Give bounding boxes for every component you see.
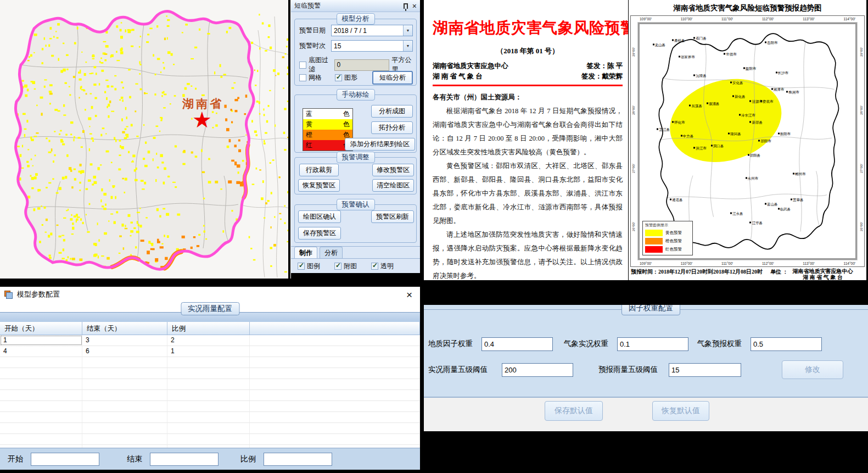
table-row-empty[interactable] [0,434,420,445]
table-row-empty[interactable] [0,390,420,401]
basemap-filter-input[interactable] [334,59,389,71]
close-icon[interactable]: × [403,290,416,300]
trend-map-footer: 预报时间：2018年12月07日20时到2018年12月08日20时 单位 ： … [631,268,865,280]
document-issue-no: （2018 年第 01 号） [433,46,623,56]
latitude-ticks-left: 29°00′28°00′27°00′26°00′ [631,25,636,258]
ratio-input[interactable] [264,453,332,466]
forecast-weight-input[interactable] [751,337,822,351]
pin-icon[interactable] [404,3,408,9]
color-item-yellow[interactable]: 黄色 [303,119,352,130]
unit-name-2: 湖 南 省 气 象 台 [793,274,853,280]
obs-weight-input[interactable] [617,337,688,351]
geo-weight-input[interactable] [481,337,553,351]
end-input[interactable] [150,453,219,466]
shape-checkbox[interactable] [335,74,342,81]
col-ratio[interactable]: 比例 [167,322,250,335]
restore-warning-area-button[interactable]: 恢复预警区 [298,179,340,192]
county-label: 临武县 [778,207,791,212]
restore-default-button[interactable]: 恢复默认值 [652,401,709,421]
grid-checkbox[interactable] [299,74,306,81]
table-row-empty[interactable] [0,401,420,412]
county-label: 洪江市 [693,146,707,151]
county-label: 龙山县 [653,43,666,48]
transparent-checkbox[interactable] [371,263,378,270]
chevron-down-icon[interactable]: ▼ [403,25,412,36]
dialog-titlebar[interactable]: 模型参数配置 × [0,287,420,302]
document-paragraph-2: 黄色预警区域：邵阳市双清区、大祥区、北塔区、邵东县西部、新邵县、邵阳县、隆回县、… [433,159,623,228]
factor-weight-group-label: 因子权重配置 [621,305,680,315]
trend-map-canvas: 预警图例显示 黄色预警 橙色预警 红色预警 龙山县桑植县石门县张家界市常德市岳阳… [640,24,855,258]
modify-warning-area-button[interactable]: 修改预警区 [372,164,414,176]
obs-threshold-input[interactable] [502,363,573,377]
county-label: 沅陵县 [693,73,707,78]
county-label: 蓝山县 [765,202,778,207]
county-label: 安化县 [730,80,743,85]
start-input[interactable] [31,453,99,466]
trend-map-inner-frame: 预警图例显示 黄色预警 橙色预警 红色预警 龙山县桑植县石门县张家界市常德市岳阳… [638,23,857,260]
color-item-blue[interactable]: 蓝色 [303,109,352,119]
cell-end[interactable]: 6 [82,346,167,357]
document-org-2: 湖 南 省 气 象 台 [433,72,483,81]
add-result-button[interactable]: 添加分析结果到绘区 [345,138,415,151]
group-manual-draw-label: 手动标绘 [337,89,375,101]
warning-time-value: 15 [332,42,403,50]
analysis-to-map-button[interactable]: 分析成图 [371,105,413,118]
legend-checkbox[interactable] [298,263,305,270]
tab-analyze[interactable]: 分析 [320,247,343,258]
county-label: 中方县 [681,134,694,139]
trend-map-frame: 109°00′110°00′111°00′112°00′113°00′114°0… [630,15,865,267]
cell-end[interactable]: 3 [82,335,167,346]
table-row-empty[interactable] [0,423,420,434]
dialog-title: 模型参数配置 [17,290,403,299]
transparent-option-label: 透明 [380,261,394,271]
close-icon[interactable]: × [412,2,417,10]
county-label: 洞口县 [711,143,724,148]
warning-date-combo[interactable]: 2018 / 7 / 1 ▼ [331,25,413,36]
tab-make[interactable]: 制作 [294,247,317,258]
short-term-analyze-button[interactable]: 短临分析 [372,71,413,85]
clear-draw-area-button[interactable]: 清空绘图区 [372,179,414,192]
cell-ratio[interactable]: 2 [167,335,250,346]
table-row-empty[interactable] [0,379,420,390]
county-label: 芷江县 [657,127,670,132]
gis-map-canvas[interactable]: 湖南省 ★ [0,0,291,279]
save-default-button[interactable]: 保存默认值 [545,401,603,421]
modify-button[interactable]: 修改 [782,360,843,379]
save-warning-area-button[interactable]: 保存预警区 [298,227,341,240]
cell-start[interactable]: 1 [0,335,82,346]
attach-map-checkbox[interactable] [334,263,341,270]
group-warning-adjust-label: 预警调整 [337,152,375,163]
draw-area-confirm-button[interactable]: 绘图区确认 [298,210,341,223]
warning-area-refresh-button[interactable]: 预警区刷新 [371,210,414,223]
rain-table-header: 开始（天） 结束（天） 比例 [0,322,420,335]
warning-time-combo[interactable]: 15 ▼ [331,40,413,52]
cell-ratio[interactable]: 1 [167,346,250,357]
gis-map-panel[interactable]: 湖南省 ★ [0,0,291,279]
group-manual-draw: 手动标绘 蓝色 黄色 橙色 红色 分析成图 拓扑分析 添加分析结果到绘区 [294,94,417,153]
col-end-days[interactable]: 结束（天） [82,322,167,335]
table-row[interactable]: 4 6 1 [0,346,420,357]
group-warning-adjust: 预警调整 行政裁剪 修改预警区 恢复预警区 清空绘图区 [294,157,417,194]
table-row-empty[interactable] [0,412,420,423]
unit-name-1: 湖南省地质灾害应急中心 [793,268,853,274]
forecast-threshold-input[interactable] [669,363,741,377]
cell-start[interactable]: 4 [0,346,82,357]
col-start-days[interactable]: 开始（天） [0,322,82,335]
legend-option-label: 图例 [307,261,320,271]
admin-clip-button[interactable]: 行政裁剪 [299,164,339,176]
table-row-empty[interactable] [0,357,420,368]
legend-swatch-orange [645,238,663,244]
topology-analysis-button[interactable]: 拓扑分析 [371,121,413,134]
table-row[interactable]: 1 3 2 [0,335,420,346]
warning-time-label: 预警时次 [299,41,326,51]
rain-config-group-label: 实况雨量配置 [181,302,239,315]
group-model-analysis: 模型分析 预警日期 2018 / 7 / 1 ▼ 预警时次 15 ▼ 底图过滤 [294,19,417,86]
table-row-empty[interactable] [0,368,420,379]
ratio-input-label: 比例 [240,454,256,464]
chevron-down-icon[interactable]: ▼ [403,41,412,51]
basemap-filter-checkbox[interactable] [299,62,306,69]
longitude-ticks-bottom: 109°00′110°00′111°00′112°00′113°00′114°0… [640,261,855,265]
group-warning-confirm-label: 预警确认 [337,199,375,210]
document-title: 湖南省地质灾害气象风险预警 [433,18,623,38]
warning-document: 湖南省地质灾害气象风险预警 （2018 年第 01 号） 湖南省地质灾害应急中心… [424,0,628,280]
